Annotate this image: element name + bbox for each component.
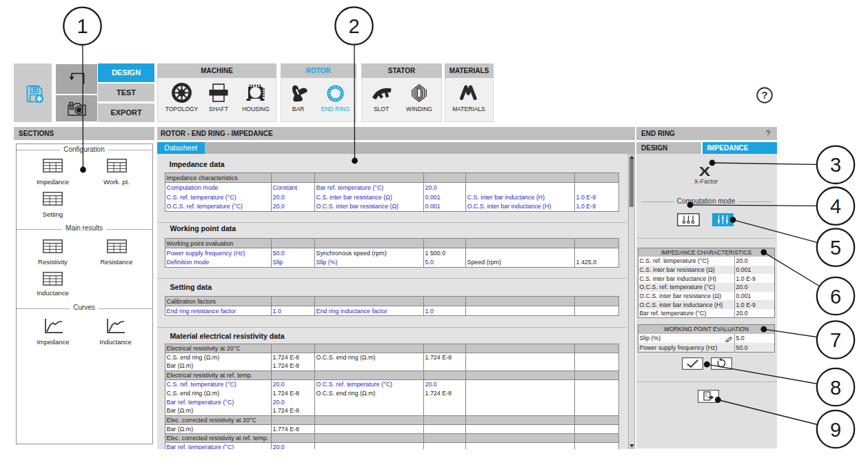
svg-text:3: 3 <box>830 154 841 176</box>
svg-text:4: 4 <box>830 195 841 217</box>
svg-text:7: 7 <box>830 329 841 351</box>
svg-text:5: 5 <box>830 237 841 259</box>
svg-text:8: 8 <box>830 377 841 399</box>
svg-text:1: 1 <box>77 15 88 37</box>
svg-text:6: 6 <box>830 286 841 308</box>
svg-text:2: 2 <box>348 15 359 37</box>
svg-text:9: 9 <box>830 419 841 441</box>
